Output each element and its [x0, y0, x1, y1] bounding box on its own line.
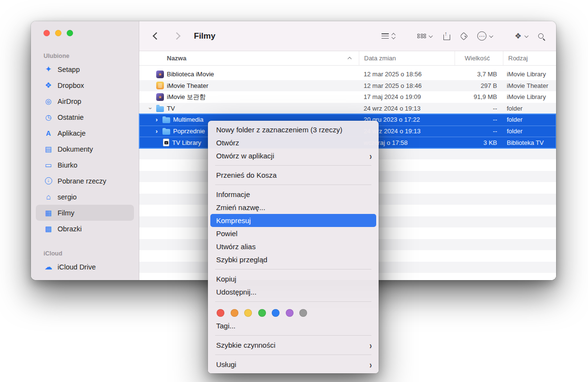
setapp-icon	[44, 65, 53, 73]
menu-separator	[215, 301, 371, 302]
menu-item-new-folder-with-selection[interactable]: Nowy folder z zaznaczeniem (3 rzeczy)	[208, 123, 379, 136]
sidebar-item-home[interactable]: sergio	[36, 189, 134, 205]
dropbox-icon: ❖	[514, 31, 521, 41]
menu-item-copy[interactable]: Kopiuj	[208, 272, 379, 285]
sidebar-item-recents[interactable]: Ostatnie	[36, 109, 134, 125]
ellipsis-icon: ⋯	[477, 31, 486, 41]
context-menu: Nowy folder z zaznaczeniem (3 rzeczy) Ot…	[208, 121, 379, 373]
home-icon	[44, 193, 53, 201]
folder-icon	[156, 106, 164, 112]
sidebar-item-setapp[interactable]: Setapp	[36, 61, 134, 77]
sidebar-item-desktop[interactable]: Biurko	[36, 157, 134, 173]
tag-gray[interactable]	[299, 309, 307, 317]
pictures-icon	[44, 225, 53, 232]
menu-item-quick-look[interactable]: Szybki przegląd	[208, 253, 379, 266]
table-row[interactable]: iMovie Theater 12 mar 2025 o 18:46 297 B…	[139, 80, 556, 92]
menu-item-quick-actions[interactable]: Szybkie czynności ›	[208, 339, 379, 352]
menu-item-share[interactable]: Udostępnij...	[208, 285, 379, 298]
applications-icon	[44, 129, 53, 137]
table-row[interactable]: TV 24 wrz 2024 o 19:13 -- folder	[139, 103, 556, 114]
tag-orange[interactable]	[231, 309, 238, 317]
document-icon	[44, 145, 53, 153]
movies-icon	[44, 209, 53, 216]
folder-icon	[162, 129, 170, 135]
toolbar: Filmy ⋯ ❖	[139, 21, 556, 51]
submenu-chevron-icon: ›	[369, 150, 372, 161]
submenu-chevron-icon: ›	[369, 340, 372, 350]
menu-item-open-with[interactable]: Otwórz w aplikacji ›	[208, 149, 379, 162]
share-button[interactable]	[443, 32, 450, 40]
column-header-date[interactable]: Data zmian	[359, 51, 455, 65]
tag-purple[interactable]	[286, 309, 294, 317]
tag-red[interactable]	[217, 309, 224, 317]
sidebar-item-icloud-drive[interactable]: iCloud Drive	[36, 259, 134, 275]
list-view-icon	[382, 33, 389, 39]
tag-green[interactable]	[258, 309, 266, 317]
menu-separator	[215, 184, 371, 185]
disclosure-open-icon[interactable]	[147, 105, 153, 112]
group-by-button[interactable]	[417, 34, 432, 39]
sidebar-item-dropbox[interactable]: Dropbox	[36, 77, 134, 93]
icloud-icon	[44, 263, 53, 271]
shared-folder-icon	[44, 279, 53, 280]
chevron-down-icon	[429, 34, 433, 38]
search-button[interactable]	[538, 33, 544, 39]
menu-separator	[215, 269, 371, 269]
column-header-name[interactable]: Nazwa	[139, 51, 359, 65]
sidebar-section-icloud: iCloud	[36, 248, 134, 259]
up-down-chevrons-icon	[392, 34, 395, 38]
sidebar-item-movies[interactable]: Filmy	[36, 205, 134, 221]
menu-separator	[215, 354, 371, 355]
tag-yellow[interactable]	[244, 309, 252, 317]
column-header-kind[interactable]: Rodzaj	[503, 51, 556, 65]
sidebar-item-applications[interactable]: Aplikacje	[36, 125, 134, 141]
menu-item-make-alias[interactable]: Utwórz alias	[208, 240, 379, 253]
more-options-button[interactable]: ⋯	[477, 31, 493, 41]
dropbox-toolbar-button[interactable]: ❖	[514, 31, 528, 41]
window-title: Filmy	[194, 31, 215, 41]
disclosure-closed-icon[interactable]	[154, 127, 160, 135]
disclosure-closed-icon[interactable]	[154, 116, 160, 123]
zoom-button[interactable]	[67, 30, 73, 36]
menu-item-rename[interactable]: Zmień nazwę...	[208, 201, 379, 214]
menu-item-move-to-trash[interactable]: Przenieś do Kosza	[208, 169, 379, 182]
menu-item-get-info[interactable]: Informacje	[208, 188, 379, 201]
menu-item-tags[interactable]: Tagi...	[208, 319, 379, 332]
menu-item-services[interactable]: Usługi ›	[208, 358, 379, 371]
menu-item-compress[interactable]: Kompresuj	[210, 214, 376, 227]
sidebar-item-airdrop[interactable]: AirDrop	[36, 93, 134, 109]
table-row[interactable]: Biblioteca iMovie 12 mar 2025 o 18:56 3,…	[139, 69, 556, 80]
menu-item-open[interactable]: Otwórz	[208, 136, 379, 149]
forward-button[interactable]	[173, 32, 181, 40]
menu-item-duplicate[interactable]: Powiel	[208, 227, 379, 240]
desktop-icon	[44, 161, 53, 169]
sidebar-item-documents[interactable]: Dokumenty	[36, 141, 134, 157]
folder-icon	[162, 117, 170, 123]
imovie-library-icon	[156, 71, 164, 78]
sidebar-item-pictures[interactable]: Obrazki	[36, 221, 134, 237]
imovie-library-icon	[156, 93, 164, 101]
close-button[interactable]	[44, 30, 50, 36]
downloads-icon: ↓	[45, 177, 52, 184]
view-list-button[interactable]	[382, 33, 395, 39]
sidebar: Ulubione Setapp Dropbox AirDrop Ostatnie…	[31, 21, 139, 280]
sidebar-item-shared[interactable]: Udostępnione	[36, 275, 134, 280]
tag-color-row	[208, 305, 379, 319]
submenu-chevron-icon: ›	[369, 359, 372, 369]
sidebar-item-downloads[interactable]: ↓ Pobrane rzeczy	[36, 173, 134, 189]
tag-blue[interactable]	[272, 309, 279, 317]
back-button[interactable]	[153, 32, 161, 40]
minimize-button[interactable]	[55, 30, 61, 36]
window-controls	[31, 30, 139, 36]
chevron-down-icon	[489, 34, 493, 38]
dropbox-icon	[44, 82, 53, 89]
airdrop-icon	[44, 98, 53, 105]
menu-separator	[215, 165, 371, 166]
column-header-size[interactable]: Wielkość	[455, 51, 503, 65]
menu-separator	[215, 335, 371, 336]
sort-ascending-icon	[348, 57, 352, 61]
table-row[interactable]: iMovie 보관함 17 maj 2024 o 19:09 91,9 MB i…	[139, 91, 556, 103]
column-headers: Nazwa Data zmian Wielkość Rodzaj	[139, 51, 556, 66]
sidebar-section-favorites: Ulubione	[36, 51, 134, 61]
tags-button[interactable]	[459, 32, 468, 40]
